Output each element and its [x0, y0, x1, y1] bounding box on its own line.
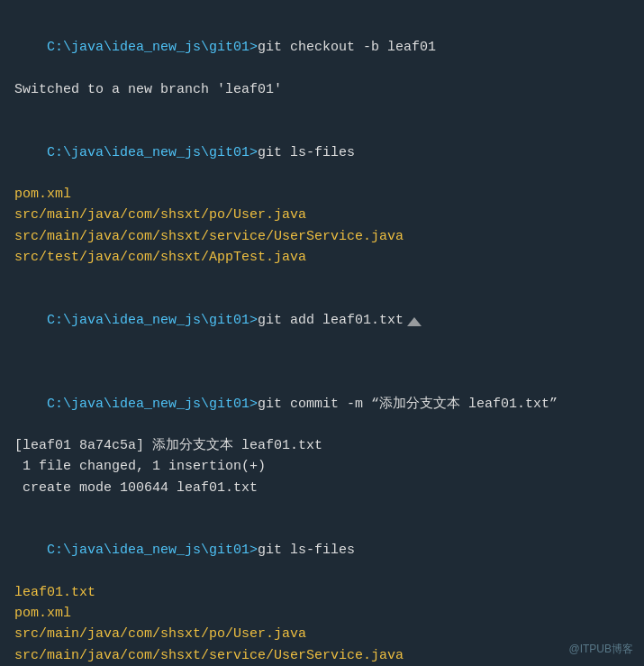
terminal-line-13: C:\java\idea_new_js\git01>git ls-files — [14, 519, 630, 582]
terminal-line-3: C:\java\idea_new_js\git01>git ls-files — [14, 121, 630, 184]
watermark: @ITPUB博客 — [568, 642, 633, 657]
terminal-window: C:\java\idea_new_js\git01>git checkout -… — [0, 0, 644, 666]
terminal-line-7: src/test/java/com/shsxt/AppTest.java — [14, 247, 630, 268]
terminal-line-9: C:\java\idea_new_js\git01>git commit -m … — [14, 372, 630, 435]
empty-line-4 — [14, 498, 630, 519]
cursor-icon — [407, 314, 422, 326]
cmd-4: git commit -m “添加分支文本 leaf01.txt” — [258, 397, 558, 412]
cmd-5: git ls-files — [258, 543, 355, 558]
terminal-line-1: C:\java\idea_new_js\git01>git checkout -… — [14, 16, 630, 79]
terminal-line-2: Switched to a new branch 'leaf01' — [14, 79, 630, 100]
terminal-line-15: pom.xml — [14, 603, 630, 624]
prompt-2: C:\java\idea_new_js\git01> — [47, 145, 258, 160]
terminal-line-6: src/main/java/com/shsxt/service/UserServ… — [14, 226, 630, 247]
empty-line-3 — [14, 351, 630, 372]
cmd-3: git add leaf01.txt — [258, 313, 404, 328]
terminal-line-4: pom.xml — [14, 184, 630, 205]
terminal-line-17: src/main/java/com/shsxt/service/UserServ… — [14, 645, 630, 666]
prompt-3: C:\java\idea_new_js\git01> — [47, 313, 258, 328]
terminal-line-8: C:\java\idea_new_js\git01>git add leaf01… — [14, 288, 630, 351]
terminal-line-14: leaf01.txt — [14, 582, 630, 603]
prompt-4: C:\java\idea_new_js\git01> — [47, 397, 258, 412]
cmd-1: git checkout -b leaf01 — [258, 40, 436, 55]
terminal-line-12: create mode 100644 leaf01.txt — [14, 478, 630, 498]
prompt-1: C:\java\idea_new_js\git01> — [47, 40, 258, 55]
cmd-2: git ls-files — [258, 145, 355, 160]
terminal-line-16: src/main/java/com/shsxt/po/User.java — [14, 624, 630, 644]
terminal-line-10: [leaf01 8a74c5a] 添加分支文本 leaf01.txt — [14, 435, 630, 456]
terminal-line-11: 1 file changed, 1 insertion(+) — [14, 456, 630, 477]
empty-line-2 — [14, 268, 630, 288]
prompt-5: C:\java\idea_new_js\git01> — [47, 543, 258, 558]
empty-line-1 — [14, 100, 630, 121]
terminal-line-5: src/main/java/com/shsxt/po/User.java — [14, 205, 630, 225]
